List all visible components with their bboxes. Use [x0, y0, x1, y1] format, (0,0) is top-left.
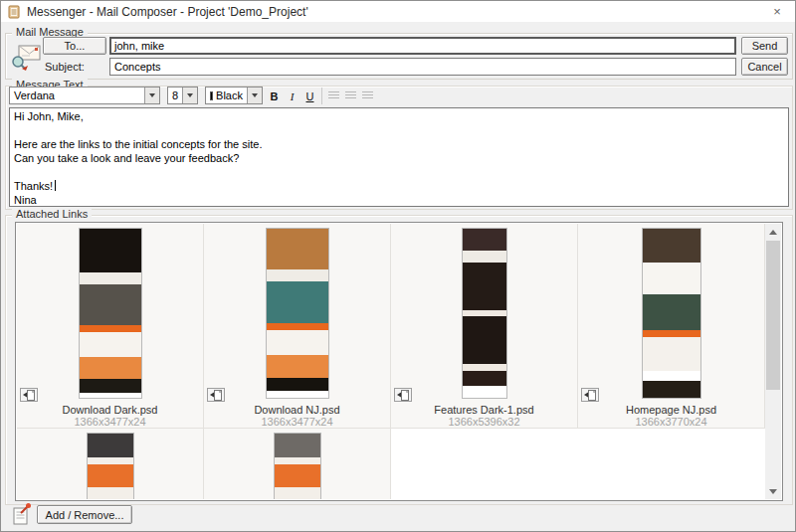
attachment-filename: Homepage NJ.psd: [626, 404, 716, 416]
thumbnail-segment: [80, 272, 141, 284]
send-button[interactable]: Send: [741, 37, 788, 55]
attachments-list: Download Dark.psd1366x3477x24Download NJ…: [15, 222, 783, 501]
thumbnail-segment: [463, 364, 506, 371]
vertical-scrollbar[interactable]: [765, 224, 781, 499]
open-link-file-icon[interactable]: [207, 388, 225, 402]
align-center-icon[interactable]: [342, 88, 359, 104]
color-swatch-icon: [210, 91, 213, 100]
message-line: Nina: [14, 193, 784, 207]
font-size-value: 8: [168, 89, 182, 101]
thumbnail-segment: [80, 357, 141, 379]
message-body-textarea[interactable]: Hi John, Mike,Here are the links to the …: [9, 107, 789, 207]
thumbnail-segment: [267, 269, 328, 281]
thumbnail-segment: [88, 487, 133, 499]
thumbnail-segment: [463, 251, 506, 263]
bold-button[interactable]: B: [266, 88, 283, 104]
thumbnail-segment: [275, 464, 320, 487]
thumbnail-segment: [643, 330, 700, 337]
message-line: [14, 123, 784, 137]
font-family-select[interactable]: Verdana: [9, 87, 160, 104]
to-button[interactable]: To...: [43, 37, 106, 55]
attachment-filename: Download Dark.psd: [63, 404, 158, 416]
thumbnail-segment: [80, 325, 141, 332]
thumbnail-segment: [643, 294, 700, 330]
scrollbar-thumb[interactable]: [766, 241, 780, 390]
chevron-down-icon[interactable]: [144, 88, 159, 103]
attachment-item[interactable]: Features Dark-1.psd1366x5396x32: [391, 224, 578, 429]
thumbnail-segment: [275, 434, 320, 457]
window-title: Messenger - Mail Composer - Project 'Dem…: [27, 5, 765, 19]
attachment-item[interactable]: Download NJ.psd1366x3477x24: [204, 224, 391, 429]
attachment-thumbnail: [87, 433, 134, 499]
message-line: Can you take a look and leave your feedb…: [14, 151, 784, 165]
chevron-down-icon[interactable]: [247, 88, 262, 103]
thumbnail-segment: [80, 332, 141, 358]
attach-document-pin-icon: [11, 503, 33, 527]
chevron-down-icon[interactable]: [182, 88, 197, 103]
thumbnail-segment: [267, 330, 328, 356]
attachments-grid: Download Dark.psd1366x3477x24Download NJ…: [17, 224, 765, 499]
thumbnail-segment: [463, 316, 506, 364]
attachment-dimensions: 1366x5396x32: [448, 416, 519, 428]
attachment-item[interactable]: [17, 429, 204, 499]
open-link-file-icon[interactable]: [394, 388, 412, 402]
thumbnail-segment: [267, 281, 328, 324]
message-line: Thanks!: [14, 179, 784, 193]
attachment-thumbnail: [274, 433, 321, 499]
toolbar-separator: [321, 88, 322, 104]
text-caret: [55, 180, 56, 191]
thumbnail-segment: [88, 464, 133, 487]
scroll-up-icon[interactable]: [765, 224, 781, 240]
attachment-filename: Features Dark-1.psd: [434, 404, 533, 416]
recipients-field[interactable]: john, mike: [109, 37, 736, 55]
app-notebook-icon: [7, 5, 21, 19]
thumbnail-segment: [275, 487, 320, 499]
thumbnail-segment: [643, 263, 700, 294]
thumbnail-segment: [463, 310, 506, 317]
mail-search-icon: [10, 42, 42, 72]
attachment-thumbnail: [462, 228, 507, 399]
open-link-file-icon[interactable]: [581, 388, 599, 402]
thumbnail-segment: [80, 393, 141, 398]
align-right-icon[interactable]: [359, 88, 376, 104]
attachment-item[interactable]: Download Dark.psd1366x3477x24: [17, 224, 204, 429]
message-line: [14, 165, 784, 179]
font-color-value: Black: [206, 89, 247, 101]
thumbnail-segment: [267, 391, 328, 398]
attachment-item[interactable]: Homepage NJ.psd1366x3770x24: [578, 224, 765, 429]
font-family-value: Verdana: [10, 89, 144, 101]
thumbnail-segment: [463, 229, 506, 251]
align-left-icon[interactable]: [325, 88, 342, 104]
thumbnail-segment: [267, 355, 328, 377]
open-link-file-icon[interactable]: [20, 388, 38, 402]
thumbnail-segment: [643, 337, 700, 371]
attachment-dimensions: 1366x3770x24: [635, 416, 706, 428]
thumbnail-segment: [643, 381, 700, 398]
font-size-select[interactable]: 8: [167, 87, 198, 104]
thumbnail-segment: [643, 229, 700, 263]
thumbnail-segment: [80, 379, 141, 393]
scroll-down-icon[interactable]: [765, 483, 781, 499]
underline-button[interactable]: U: [301, 88, 318, 104]
close-icon[interactable]: ×: [765, 3, 789, 21]
thumbnail-segment: [267, 378, 328, 392]
message-line: Hi John, Mike,: [14, 109, 784, 123]
thumbnail-segment: [643, 371, 700, 381]
thumbnail-segment: [463, 386, 506, 398]
attachment-dimensions: 1366x3477x24: [74, 416, 145, 428]
attachment-dimensions: 1366x3477x24: [261, 416, 332, 428]
thumbnail-segment: [80, 229, 141, 272]
subject-field[interactable]: Concepts: [109, 58, 736, 76]
thumbnail-segment: [463, 263, 506, 310]
add-remove-button[interactable]: Add / Remove...: [37, 505, 132, 524]
thumbnail-segment: [463, 371, 506, 386]
thumbnail-segment: [88, 434, 133, 457]
attachment-item[interactable]: [204, 429, 391, 499]
font-color-select[interactable]: Black: [205, 87, 263, 104]
cancel-button[interactable]: Cancel: [741, 58, 788, 76]
italic-button[interactable]: I: [284, 88, 300, 104]
title-bar: Messenger - Mail Composer - Project 'Dem…: [1, 1, 795, 22]
thumbnail-segment: [267, 229, 328, 269]
attachment-thumbnail: [79, 228, 142, 399]
thumbnail-segment: [267, 323, 328, 330]
